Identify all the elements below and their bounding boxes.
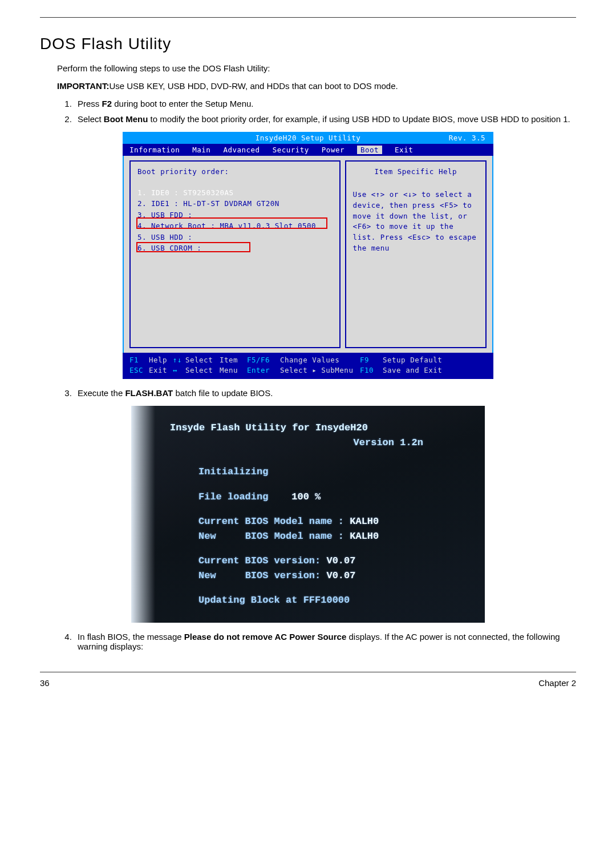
boot-item-1[interactable]: 1. IDE0 : ST9250320AS — [137, 187, 333, 198]
bios-rev: Rev. 3.5 — [449, 134, 485, 142]
step-4-key: Please do not remove AC Power Source — [184, 632, 347, 642]
step-1-key: F2 — [102, 99, 112, 108]
tab-information[interactable]: Information — [129, 146, 180, 154]
dos-new-ver-label2: BIOS version: — [245, 570, 321, 581]
footer-select-submenu: Select ▸ SubMenu — [280, 365, 360, 376]
bios-titlebar: InsydeH20 Setup Utility Rev. 3.5 — [123, 132, 493, 144]
dos-loading-value: 100 % — [291, 491, 321, 502]
dos-loading-label: File loading — [198, 491, 268, 502]
footer-save-exit: Save and Exit — [383, 365, 457, 376]
dos-cur-model-label: Current BIOS Model name — [198, 516, 333, 527]
step-2-a: Select — [78, 114, 104, 124]
bios-screenshot: InsydeH20 Setup Utility Rev. 3.5 Informa… — [123, 132, 493, 379]
bios-help-pane: Item Specific Help Use <↑> or <↓> to sel… — [345, 160, 487, 348]
steps-list: Press F2 during boot to enter the Setup … — [74, 99, 576, 124]
dos-cur-model-value: KALH0 — [350, 516, 379, 527]
footer-enter-key: Enter — [247, 365, 280, 376]
dos-cur-ver-value: V0.07 — [326, 555, 355, 566]
help-title: Item Specific Help — [353, 167, 479, 176]
footer-f10-key: F10 — [360, 365, 383, 376]
highlight-box-usb-hdd — [136, 242, 250, 252]
dos-flash-screenshot: Insyde Flash Utility for InsydeH20 Versi… — [131, 406, 485, 623]
dos-initializing: Initializing — [198, 465, 469, 479]
tab-main[interactable]: Main — [192, 146, 210, 154]
footer-f1-key: F1 — [129, 355, 149, 365]
footer-select-menu-a: Select — [185, 365, 220, 376]
page-heading: DOS Flash Utility — [40, 35, 576, 53]
step-3-a: Execute the — [78, 388, 125, 398]
important-note: IMPORTANT:Use USB KEY, USB HDD, DVD-RW, … — [57, 81, 576, 91]
steps-list-cont2: In flash BIOS, the message Please do not… — [74, 632, 576, 651]
important-body: Use USB KEY, USB HDD, DVD-RW, and HDDs t… — [109, 81, 398, 91]
step-2-key: Boot Menu — [104, 114, 148, 124]
footer-esc-key: ESC — [129, 365, 149, 376]
step-2: Select Boot Menu to modify the boot prio… — [74, 114, 576, 124]
help-body: Use <↑> or <↓> to select a device, then … — [353, 189, 479, 254]
page-number: 36 — [40, 678, 50, 688]
tab-boot[interactable]: Boot — [357, 146, 382, 154]
steps-list-cont: Execute the FLASH.BAT batch file to upda… — [74, 388, 576, 398]
step-4: In flash BIOS, the message Please do not… — [74, 632, 576, 651]
dos-title: Insyde Flash Utility for InsydeH20 — [170, 422, 368, 433]
dos-new-model-label1: New — [198, 531, 216, 542]
footer-setup-default: Setup Default — [383, 355, 457, 365]
footer-arrows-v-key: ↑↓ — [173, 355, 185, 365]
step-1-text: Press F2 during boot to enter the Setup … — [78, 99, 254, 108]
boot-item-5[interactable]: 5. USB HDD : — [137, 232, 333, 243]
dos-new-model-label2: BIOS Model name — [245, 531, 333, 542]
dos-version: Version 1.2n — [354, 437, 423, 448]
chapter-label: Chapter 2 — [538, 678, 576, 688]
footer-select-item-b: Item — [220, 355, 247, 365]
step-4-a: In flash BIOS, the message — [78, 632, 184, 642]
intro-text: Perform the following steps to use the D… — [57, 63, 576, 73]
dos-new-model-value: KALH0 — [350, 531, 379, 542]
dos-updating: Updating Block at FFF10000 — [198, 593, 469, 608]
step-3-text: Execute the FLASH.BAT batch file to upda… — [78, 388, 273, 398]
footer-change-values: Change Values — [280, 355, 360, 365]
page-footer: 36 Chapter 2 — [40, 672, 576, 688]
boot-item-2[interactable]: 2. IDE1 : HL-DT-ST DVDRAM GT20N — [137, 198, 333, 209]
tab-exit[interactable]: Exit — [395, 146, 413, 154]
boot-priority-label: Boot priority order: — [137, 167, 333, 176]
footer-select-item-a: Select — [185, 355, 220, 365]
step-3-key: FLASH.BAT — [125, 388, 173, 398]
step-1: Press F2 during boot to enter the Setup … — [74, 99, 576, 108]
step-2-text: Select Boot Menu to modify the boot prio… — [78, 114, 570, 124]
footer-arrows-h-key: ↔ — [173, 365, 185, 376]
step-1-c: during boot to enter the Setup Menu. — [112, 99, 254, 108]
dos-cur-ver-label: Current BIOS version: — [198, 555, 321, 566]
bios-left-pane: Boot priority order: 1. IDE0 : ST9250320… — [129, 160, 341, 348]
highlight-box-network-boot — [136, 217, 327, 229]
tab-advanced[interactable]: Advanced — [223, 146, 260, 154]
bios-footer: F1 Help ↑↓ Select Item F5/F6 Change Valu… — [123, 353, 493, 379]
tab-security[interactable]: Security — [273, 146, 309, 154]
step-2-c: to modify the boot priority order, for e… — [148, 114, 570, 124]
footer-exit-label: Exit — [149, 365, 173, 376]
footer-f1-label: Help — [149, 355, 173, 365]
step-3-c: batch file to update BIOS. — [173, 388, 273, 398]
dos-new-ver-label1: New — [198, 570, 216, 581]
footer-f5f6-key: F5/F6 — [247, 355, 280, 365]
bios-body: Boot priority order: 1. IDE0 : ST9250320… — [123, 156, 493, 353]
dos-new-ver-value: V0.07 — [326, 570, 355, 581]
important-prefix: IMPORTANT: — [57, 81, 109, 91]
footer-select-menu-b: Menu — [220, 365, 247, 376]
page-top-rule — [40, 17, 576, 18]
bios-title: InsydeH20 Setup Utility — [256, 134, 361, 142]
footer-f9-key: F9 — [360, 355, 383, 365]
step-1-a: Press — [78, 99, 102, 108]
step-3: Execute the FLASH.BAT batch file to upda… — [74, 388, 576, 398]
tab-power[interactable]: Power — [322, 146, 345, 154]
step-4-text: In flash BIOS, the message Please do not… — [78, 632, 560, 651]
bios-tabs: Information Main Advanced Security Power… — [123, 144, 493, 156]
